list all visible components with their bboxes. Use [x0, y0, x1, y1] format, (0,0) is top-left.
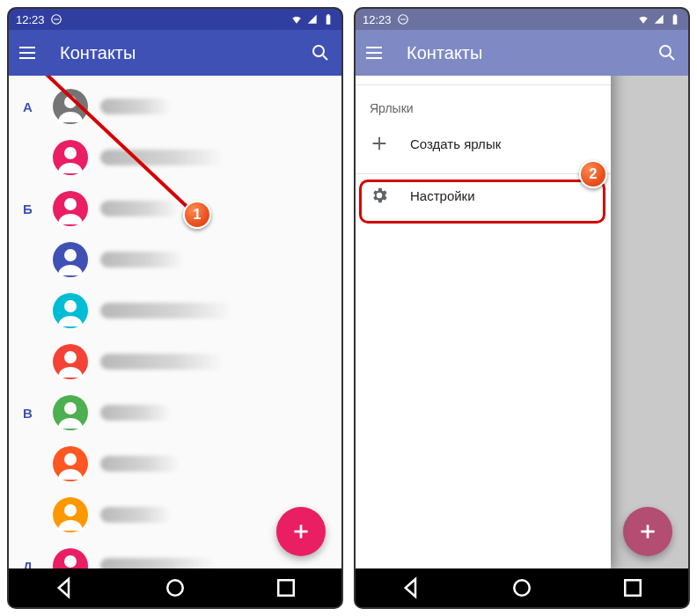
- svg-line-38: [670, 55, 674, 60]
- svg-rect-35: [673, 15, 678, 24]
- section-letter: Б: [18, 202, 53, 216]
- nav-recent[interactable]: [273, 575, 299, 601]
- wifi-icon: [290, 13, 303, 26]
- svg-point-44: [514, 580, 530, 596]
- contact-name-blurred: [100, 354, 224, 370]
- contact-name-blurred: [100, 201, 180, 216]
- contact-name-blurred: [100, 150, 224, 165]
- contacts-screen: АБВД 1: [9, 76, 341, 568]
- svg-point-19: [64, 402, 77, 414]
- contact-name-blurred: [100, 456, 180, 472]
- contact-row[interactable]: [9, 285, 341, 336]
- svg-point-21: [64, 453, 77, 466]
- svg-point-7: [64, 96, 77, 108]
- drawer-settings-text: Настройки: [410, 188, 475, 203]
- avatar: [53, 89, 88, 124]
- status-time: 12:23: [363, 13, 392, 26]
- nav-recent[interactable]: [620, 575, 646, 601]
- avatar: [53, 293, 88, 328]
- status-bar: 12:23: [9, 9, 341, 30]
- svg-point-31: [167, 580, 183, 596]
- svg-rect-2: [326, 15, 331, 24]
- svg-point-13: [64, 249, 77, 261]
- search-button[interactable]: [657, 42, 678, 63]
- app-title: Контакты: [60, 43, 310, 63]
- contact-row[interactable]: [9, 132, 341, 183]
- battery-icon: [669, 13, 681, 26]
- add-contact-fab[interactable]: [623, 507, 672, 556]
- contact-row[interactable]: Б: [9, 183, 341, 234]
- svg-point-37: [660, 46, 671, 56]
- app-bar: Контакты: [9, 30, 341, 76]
- section-letter: А: [18, 99, 53, 114]
- nav-back[interactable]: [51, 575, 77, 601]
- contact-name-blurred: [100, 558, 215, 568]
- svg-line-5: [323, 55, 327, 60]
- status-bar: 12:23: [356, 9, 688, 30]
- app-bar: Контакты: [356, 30, 688, 76]
- add-contact-fab[interactable]: [276, 507, 326, 556]
- avatar: [53, 395, 88, 430]
- drawer-create-label[interactable]: Создать ярлык: [356, 122, 611, 165]
- contact-name-blurred: [100, 405, 171, 421]
- svg-point-4: [313, 46, 324, 56]
- avatar: [53, 344, 88, 379]
- battery-icon: [322, 13, 334, 26]
- svg-point-11: [64, 198, 77, 210]
- contact-row[interactable]: [9, 336, 341, 387]
- section-letter: В: [18, 406, 53, 421]
- svg-rect-32: [278, 580, 294, 596]
- nav-home[interactable]: [162, 575, 188, 601]
- nav-bar: [9, 568, 341, 607]
- avatar: [53, 242, 88, 277]
- avatar: [53, 191, 88, 226]
- drawer-create-label-text: Создать ярлык: [410, 136, 501, 151]
- svg-point-17: [64, 351, 77, 363]
- contact-name-blurred: [100, 252, 184, 268]
- nav-bar: [356, 568, 688, 607]
- svg-rect-45: [625, 580, 641, 596]
- avatar: [53, 497, 88, 532]
- phone-right: 12:23 Контакты Контакты: [354, 7, 690, 609]
- svg-point-23: [64, 504, 77, 517]
- avatar: [53, 446, 88, 481]
- svg-point-15: [64, 300, 77, 312]
- contact-row[interactable]: В: [9, 387, 341, 438]
- app-title: Контакты: [407, 43, 657, 63]
- phone-left: 12:23 Контакты АБВД 1: [7, 7, 343, 609]
- menu-button[interactable]: [366, 42, 387, 63]
- section-letter: Д: [18, 559, 53, 569]
- contact-name-blurred: [100, 99, 171, 114]
- contact-row[interactable]: [9, 234, 341, 285]
- gear-icon: [370, 186, 389, 205]
- contact-list[interactable]: АБВД: [9, 76, 341, 568]
- dimmed-screen: Контакты Ярлыки Создать ярлык Настройки …: [356, 76, 688, 568]
- svg-rect-3: [327, 14, 329, 15]
- signal-icon: [306, 13, 319, 26]
- contact-name-blurred: [100, 303, 232, 319]
- svg-point-9: [64, 147, 77, 159]
- avatar: [53, 548, 88, 568]
- wifi-icon: [637, 13, 649, 26]
- search-button[interactable]: [310, 42, 331, 63]
- svg-rect-36: [674, 14, 676, 15]
- drawer-settings[interactable]: Настройки: [356, 174, 611, 216]
- contact-name-blurred: [100, 507, 171, 523]
- menu-button[interactable]: [19, 42, 40, 63]
- navigation-drawer: Контакты Ярлыки Создать ярлык Настройки: [356, 76, 611, 568]
- avatar: [53, 140, 88, 175]
- svg-point-25: [64, 555, 77, 568]
- contact-row[interactable]: [9, 438, 341, 489]
- nav-home[interactable]: [509, 575, 535, 601]
- drawer-section-labels: Ярлыки: [356, 85, 611, 122]
- dnd-icon: [50, 13, 62, 26]
- status-time: 12:23: [16, 13, 45, 26]
- plus-icon: [370, 134, 389, 153]
- dnd-icon: [397, 13, 409, 26]
- signal-icon: [653, 13, 665, 26]
- contact-row[interactable]: А: [9, 81, 341, 132]
- nav-back[interactable]: [398, 575, 424, 601]
